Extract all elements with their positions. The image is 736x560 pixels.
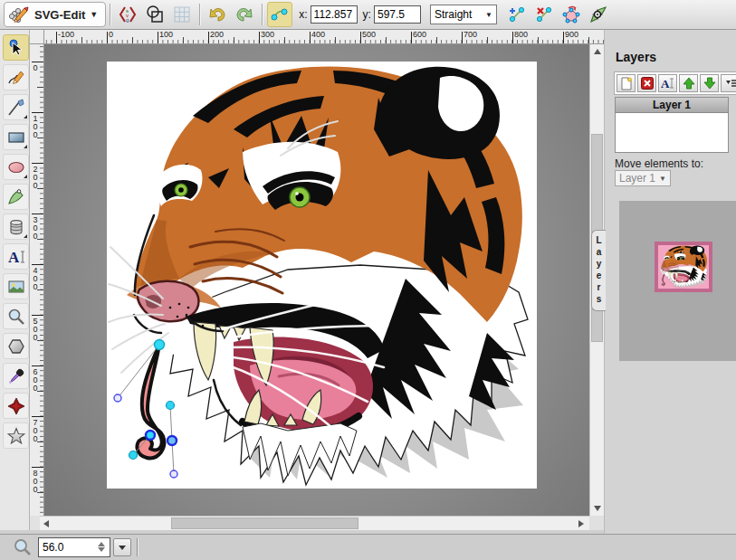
flyout-arrow-icon <box>24 145 27 148</box>
shapes-overlap-button[interactable] <box>142 2 167 27</box>
ruler-label: 300 <box>259 30 274 39</box>
ornament-shape-tool-button[interactable] <box>3 393 29 419</box>
star-tool-button[interactable] <box>3 422 29 449</box>
chevron-down-icon: ▼ <box>659 175 666 183</box>
spinner-up-icon[interactable] <box>98 542 105 546</box>
main-menu-button[interactable]: SVG-Edit ▼ <box>4 2 106 27</box>
move-layer-up-button[interactable] <box>679 74 698 92</box>
flyout-arrow-icon <box>24 115 27 119</box>
spinner-down-icon[interactable] <box>98 547 105 552</box>
ellipse-tool-button[interactable] <box>3 154 29 180</box>
bottom-bar <box>0 534 736 560</box>
add-node-icon <box>507 5 527 24</box>
open-close-path-button[interactable] <box>559 2 584 27</box>
scroll-up-arrow[interactable] <box>594 49 601 54</box>
redo-icon <box>234 5 254 24</box>
add-node-button[interactable] <box>504 2 530 27</box>
zoom-preset-dropdown-button[interactable] <box>113 538 131 556</box>
zoom-tool-button[interactable] <box>3 303 29 329</box>
rectangle-icon <box>7 128 25 147</box>
zoom-level-input[interactable] <box>39 540 90 555</box>
ruler-label: 100 <box>158 30 173 39</box>
move-layer-down-button[interactable] <box>700 74 719 92</box>
text-icon: A <box>7 248 25 266</box>
node-select-tool-button[interactable] <box>267 2 292 27</box>
layers-panel-toggle-tab[interactable]: Layers <box>591 230 606 311</box>
scroll-right-arrow[interactable] <box>578 520 584 527</box>
ruler-label: 800 <box>512 30 528 39</box>
hexagon-icon <box>7 337 25 356</box>
segment-type-value: Straight <box>435 8 472 21</box>
new-layer-button[interactable] <box>617 74 636 92</box>
layer-menu-button[interactable] <box>721 74 736 92</box>
select-tool-button[interactable] <box>3 34 29 61</box>
segment-type-select[interactable]: Straight ▼ <box>430 5 497 24</box>
pencil-tool-button[interactable] <box>3 64 29 90</box>
scrollbar-corner <box>589 516 604 530</box>
layer-list: Layer 1 <box>615 97 729 153</box>
undo-icon <box>207 5 227 24</box>
ruler-label: 700 <box>462 30 477 39</box>
zoom-spinner[interactable] <box>95 539 108 554</box>
scrollbar-stub <box>30 516 40 530</box>
flyout-arrow-icon <box>24 175 27 178</box>
delete-layer-icon <box>641 77 654 90</box>
chevron-down-icon: ▼ <box>485 11 492 19</box>
ruler-label: 100 <box>31 112 40 138</box>
delete-layer-button[interactable] <box>637 74 656 92</box>
chevron-down-icon: ▼ <box>90 10 98 19</box>
zoom-magnifier-icon <box>13 537 33 557</box>
main-menu-label: SVG-Edit <box>34 8 85 22</box>
svg-canvas[interactable] <box>107 62 537 489</box>
horizontal-scrollbar[interactable] <box>40 516 589 530</box>
reorient-path-button[interactable] <box>586 2 611 27</box>
rename-layer-button[interactable]: A <box>658 74 677 92</box>
ruler-label: 900 <box>563 30 578 39</box>
ruler-label: 800 <box>31 467 40 493</box>
x-coordinate-label: x: <box>299 8 307 21</box>
polygon-tool-button[interactable] <box>3 333 29 359</box>
horizontal-scrollbar-thumb[interactable] <box>171 517 358 529</box>
layer-row[interactable]: Layer 1 <box>616 98 728 113</box>
grid-icon <box>172 5 192 24</box>
move-elements-select[interactable]: Layer 1 ▼ <box>615 170 671 186</box>
scroll-down-arrow[interactable] <box>594 506 601 511</box>
pencil-icon <box>7 69 25 87</box>
line-tool-button[interactable] <box>3 94 29 120</box>
delete-node-button[interactable] <box>531 2 557 27</box>
y-coordinate-label: y: <box>363 8 371 21</box>
magnifier-icon <box>7 308 25 326</box>
image-tool-button[interactable] <box>3 273 29 299</box>
y-coordinate-input[interactable] <box>374 5 421 24</box>
svg-text:g: g <box>126 17 129 23</box>
ruler-label: -100 <box>56 30 74 39</box>
arrow-down-icon <box>703 77 716 90</box>
image-icon <box>7 278 25 296</box>
grid-button[interactable] <box>169 2 195 27</box>
scroll-left-arrow[interactable] <box>43 520 49 527</box>
source-code-icon: s v g <box>118 5 138 24</box>
ruler-label: 200 <box>208 30 224 39</box>
bottom-bar-separator <box>137 538 138 556</box>
undo-button[interactable] <box>205 2 230 27</box>
text-tool-button[interactable]: A <box>3 243 29 270</box>
ellipse-icon <box>7 158 25 176</box>
ruler-label: 300 <box>31 214 40 240</box>
layers-panel: Layers A <box>604 30 736 534</box>
x-coordinate-input[interactable] <box>311 5 358 24</box>
ruler-label: 0 <box>31 62 40 71</box>
eyedropper-tool-button[interactable] <box>3 363 29 389</box>
layer-thumbnail-image <box>658 245 709 289</box>
select-cursor-icon <box>7 39 25 57</box>
toolbar-separator <box>110 4 110 25</box>
svg-text:A: A <box>8 249 20 266</box>
rectangle-tool-button[interactable] <box>3 124 29 150</box>
maltese-cross-icon <box>7 397 25 415</box>
layers-panel-title: Layers <box>616 50 736 64</box>
redo-button[interactable] <box>232 2 257 27</box>
shape-library-button[interactable] <box>3 214 29 240</box>
canvas-workspace[interactable] <box>44 44 589 516</box>
source-code-button[interactable]: s v g <box>115 2 140 27</box>
horizontal-ruler: -100 0 100 200 300 400 500 600 700 800 9… <box>44 30 604 44</box>
path-tool-button[interactable] <box>3 184 29 210</box>
